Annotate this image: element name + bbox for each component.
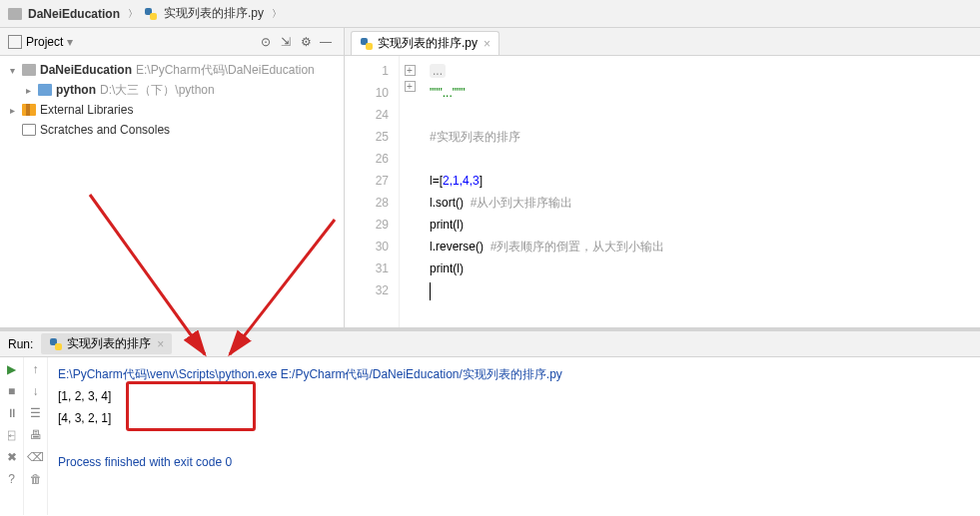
chevron-right-icon[interactable]: ▸ — [22, 85, 34, 96]
pause-icon[interactable]: ⏸ — [4, 405, 20, 421]
chevron-right-icon: 〉 — [270, 7, 284, 21]
folder-icon — [8, 8, 22, 20]
fold-column: + + — [400, 56, 420, 327]
editor-tab-active[interactable]: 实现列表的排序.py × — [351, 31, 499, 55]
print-icon[interactable]: 🖶 — [28, 427, 44, 443]
chevron-right-icon: 〉 — [126, 7, 140, 21]
stop-icon[interactable]: ■ — [4, 383, 20, 399]
chevron-right-icon[interactable]: ▸ — [6, 105, 18, 116]
folder-icon — [22, 64, 36, 76]
fold-icon[interactable]: + — [405, 81, 416, 92]
project-title[interactable]: Project — [26, 35, 63, 49]
breadcrumb-file[interactable]: 实现列表的排序.py — [162, 5, 266, 22]
run-panel: Run: 实现列表的排序 × ▶ ■ ⏸ ⍇ ✖ ? ↑ ↓ ☰ 🖶 ⌫ 🗑 E… — [0, 327, 980, 515]
exit-icon[interactable]: ⍇ — [4, 427, 20, 443]
pin-icon[interactable]: ✖ — [4, 449, 20, 465]
up-icon[interactable]: ↑ — [28, 361, 44, 377]
library-icon — [22, 104, 36, 116]
gear-icon[interactable]: ⚙ — [296, 32, 316, 52]
fold-icon[interactable]: + — [405, 65, 416, 76]
tab-title: 实现列表的排序.py — [378, 35, 478, 52]
wrap-icon[interactable]: ☰ — [28, 405, 44, 421]
dropdown-icon[interactable]: ▾ — [67, 35, 73, 49]
project-tree[interactable]: ▾ DaNeiEducation E:\PyCharm代码\DaNeiEduca… — [0, 56, 344, 327]
tree-external-libs[interactable]: ▸ External Libraries — [0, 100, 344, 120]
rerun-icon[interactable]: ▶ — [4, 361, 20, 377]
folder-icon — [38, 84, 52, 96]
project-tool-window: Project ▾ ⊙ ⇲ ⚙ — ▾ DaNeiEducation E:\Py… — [0, 28, 345, 327]
hide-icon[interactable]: — — [316, 32, 336, 52]
project-icon — [8, 35, 22, 49]
python-icon — [144, 7, 158, 21]
line-gutter: 11024 252627 282930 3132 — [345, 56, 400, 327]
close-icon[interactable]: × — [157, 337, 164, 351]
tree-root[interactable]: ▾ DaNeiEducation E:\PyCharm代码\DaNeiEduca… — [0, 60, 344, 80]
code-editor[interactable]: 11024 252627 282930 3132 + + ... """..."… — [345, 56, 980, 327]
tree-scratches[interactable]: Scratches and Consoles — [0, 120, 344, 140]
tree-folder-python[interactable]: ▸ python D:\大三（下）\python — [0, 80, 344, 100]
run-toolbar-right: ↑ ↓ ☰ 🖶 ⌫ 🗑 — [24, 357, 48, 515]
console-line: Process finished with exit code 0 — [58, 451, 970, 473]
run-label: Run: — [8, 337, 33, 351]
trash-icon[interactable]: 🗑 — [28, 471, 44, 487]
chevron-down-icon[interactable]: ▾ — [6, 65, 18, 76]
code-area[interactable]: ... """...""" #实现列表的排序 l=[2,1,4,3] l.sor… — [420, 56, 980, 327]
clear-icon[interactable]: ⌫ — [28, 449, 44, 465]
editor-tabs: 实现列表的排序.py × — [345, 28, 980, 56]
scratch-icon — [22, 124, 36, 136]
annotation-highlight — [126, 381, 256, 431]
breadcrumb-project[interactable]: DaNeiEducation — [26, 7, 122, 21]
help-icon[interactable]: ? — [4, 471, 20, 487]
run-config-tab[interactable]: 实现列表的排序 × — [41, 333, 172, 354]
collapse-icon[interactable]: ⇲ — [276, 32, 296, 52]
python-icon — [360, 37, 374, 51]
run-toolbar-left: ▶ ■ ⏸ ⍇ ✖ ? — [0, 357, 24, 515]
python-icon — [49, 337, 63, 351]
breadcrumb: DaNeiEducation 〉 实现列表的排序.py 〉 — [0, 0, 980, 28]
console-output[interactable]: E:\PyCharm代码\venv\Scripts\python.exe E:/… — [48, 357, 980, 515]
target-icon[interactable]: ⊙ — [256, 32, 276, 52]
down-icon[interactable]: ↓ — [28, 383, 44, 399]
close-icon[interactable]: × — [484, 37, 490, 51]
text-caret — [430, 282, 431, 300]
